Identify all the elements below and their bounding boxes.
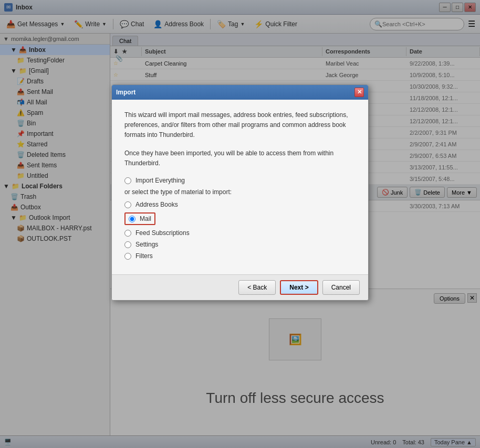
modal-close-button[interactable]: ✕ xyxy=(354,88,364,97)
radio-settings[interactable]: Settings xyxy=(124,241,356,248)
cancel-button[interactable]: Cancel xyxy=(322,280,360,295)
modal-section-title: or select the type of material to import… xyxy=(124,188,356,196)
radio-address-books[interactable]: Address Books xyxy=(124,201,356,208)
radio-settings-input[interactable] xyxy=(124,241,131,248)
radio-mail-input[interactable] xyxy=(129,216,135,222)
radio-settings-label: Settings xyxy=(135,241,158,248)
next-button[interactable]: Next > xyxy=(280,280,318,295)
radio-filters[interactable]: Filters xyxy=(124,252,356,260)
modal-overlay: Import ✕ This wizard will import mail me… xyxy=(0,0,480,448)
radio-mail-label: Mail xyxy=(140,215,151,222)
back-button[interactable]: < Back xyxy=(238,280,276,295)
radio-import-everything-input[interactable] xyxy=(124,177,131,184)
radio-feed-input[interactable] xyxy=(124,230,131,237)
radio-address-books-input[interactable] xyxy=(124,201,131,208)
radio-feed-label: Feed Subscriptions xyxy=(135,229,190,237)
modal-description-2: Once they have been imported, you will b… xyxy=(124,148,356,168)
modal-title-bar: Import ✕ xyxy=(112,85,368,100)
import-dialog: Import ✕ This wizard will import mail me… xyxy=(111,84,369,301)
radio-filters-input[interactable] xyxy=(124,253,131,260)
radio-import-everything-label: Import Everything xyxy=(135,177,185,184)
radio-mail[interactable]: Mail xyxy=(124,212,356,225)
radio-import-everything[interactable]: Import Everything xyxy=(124,177,356,184)
mail-selected-box: Mail xyxy=(124,212,155,225)
modal-description-1: This wizard will import mail messages, a… xyxy=(124,110,356,141)
modal-title: Import xyxy=(116,89,135,96)
radio-filters-label: Filters xyxy=(135,252,153,260)
modal-body: This wizard will import mail messages, a… xyxy=(112,100,368,275)
radio-feed-subscriptions[interactable]: Feed Subscriptions xyxy=(124,229,356,237)
modal-footer: < Back Next > Cancel xyxy=(112,274,368,300)
radio-address-books-label: Address Books xyxy=(135,201,178,208)
